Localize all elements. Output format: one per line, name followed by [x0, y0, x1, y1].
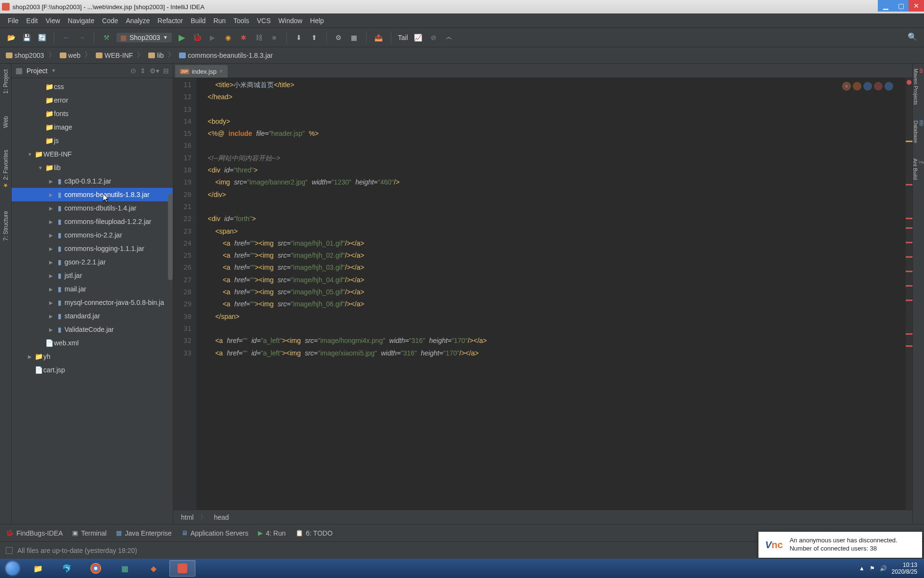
- tree-item[interactable]: ▶▮commons-fileupload-1.2.2.jar: [12, 215, 173, 228]
- close-tab-icon[interactable]: ×: [219, 68, 223, 75]
- coverage-icon[interactable]: ▶: [207, 32, 218, 43]
- editor-tab-index[interactable]: JSP index.jsp ×: [175, 65, 228, 78]
- error-mark[interactable]: [906, 184, 912, 185]
- menu-analyze[interactable]: Analyze: [122, 17, 154, 25]
- tree-arrow-icon[interactable]: ▶: [47, 219, 55, 224]
- crumb-lib[interactable]: lib: [148, 52, 164, 59]
- error-mark[interactable]: [906, 256, 912, 258]
- tree-item[interactable]: 📁fonts: [12, 107, 173, 120]
- misc-icon[interactable]: ෴: [444, 32, 454, 43]
- editor-crumb-head[interactable]: head: [214, 513, 229, 521]
- back-icon[interactable]: ←: [61, 32, 72, 43]
- btool-appservers[interactable]: 🖥Application Servers: [181, 529, 249, 537]
- tree-item[interactable]: ▼📁WEB-INF: [12, 147, 173, 161]
- commit-icon[interactable]: ⬆: [309, 32, 320, 43]
- tree-item[interactable]: 📁js: [12, 134, 173, 147]
- tree-arrow-icon[interactable]: ▶: [47, 246, 55, 251]
- btool-terminal[interactable]: ▣Terminal: [72, 529, 106, 537]
- menu-run[interactable]: Run: [209, 17, 230, 25]
- forward-icon[interactable]: →: [77, 32, 87, 43]
- tree-arrow-icon[interactable]: ▶: [47, 273, 55, 278]
- tree-arrow-icon[interactable]: ▶: [47, 300, 55, 305]
- open-icon[interactable]: 📂: [6, 32, 16, 43]
- opera-icon[interactable]: [874, 82, 883, 91]
- menu-file[interactable]: File: [4, 17, 23, 25]
- left-tool-favorites[interactable]: ★2: Favorites: [1, 146, 10, 193]
- tree-arrow-icon[interactable]: ▶: [47, 179, 55, 184]
- tree-arrow-icon[interactable]: ▼: [37, 165, 44, 171]
- tree-item[interactable]: ▶▮mail.jar: [12, 282, 173, 296]
- menu-window[interactable]: Window: [275, 17, 307, 25]
- tree-arrow-icon[interactable]: ▼: [26, 152, 34, 157]
- deploy-icon[interactable]: 📤: [373, 32, 384, 43]
- minimize-button[interactable]: ▁: [878, 0, 893, 12]
- menu-vcs[interactable]: VCS: [253, 17, 275, 25]
- build-icon[interactable]: ⚒: [101, 32, 112, 43]
- code-area[interactable]: 11 12 13 14 15 16 17 18 19 20 21 22 23 2…: [173, 78, 912, 510]
- tree-item[interactable]: 📁css: [12, 80, 173, 93]
- tree-item[interactable]: 📁error: [12, 93, 173, 107]
- tree-arrow-icon[interactable]: ▶: [26, 354, 34, 359]
- editor-crumb-html[interactable]: html: [181, 513, 193, 521]
- tree-arrow-icon[interactable]: ▶: [47, 260, 55, 265]
- settings-icon[interactable]: ⚙: [334, 32, 344, 43]
- menu-build[interactable]: Build: [187, 17, 209, 25]
- right-tool-database[interactable]: 🗄Database: [912, 118, 924, 146]
- chevron-down-icon[interactable]: ▼: [51, 68, 56, 73]
- stop-icon[interactable]: ■: [269, 32, 280, 43]
- tree-arrow-icon[interactable]: ▶: [47, 327, 55, 332]
- tree-item[interactable]: 📄web.xml: [12, 336, 173, 350]
- profile-icon[interactable]: ◉: [223, 32, 233, 43]
- menu-refactor[interactable]: Refactor: [154, 17, 187, 25]
- project-tree[interactable]: 📁css📁error📁fonts📁image📁js▼📁WEB-INF▼📁lib▶…: [12, 78, 173, 524]
- tree-item[interactable]: ▶▮gson-2.2.1.jar: [12, 255, 173, 269]
- btool-run[interactable]: ▶4: Run: [258, 529, 285, 537]
- error-mark[interactable]: [906, 242, 912, 243]
- tree-item[interactable]: ▼📁lib: [12, 161, 173, 174]
- left-tool-project[interactable]: 1: Project: [1, 66, 10, 98]
- btool-todo[interactable]: 📋6: TODO: [295, 529, 333, 537]
- tree-arrow-icon[interactable]: ▶: [47, 192, 55, 197]
- tree-scrollbar[interactable]: [168, 194, 173, 319]
- code-body[interactable]: <title>小米商城首页</title> </head> <body> <%@…: [196, 78, 906, 510]
- crumb-webinf[interactable]: WEB-INF: [96, 52, 133, 59]
- tree-item[interactable]: 📁image: [12, 120, 173, 134]
- tree-arrow-icon[interactable]: ▶: [47, 206, 55, 211]
- tree-item[interactable]: ▶▮ValidateCode.jar: [12, 323, 173, 336]
- gear-icon[interactable]: ⚙▾: [150, 67, 159, 75]
- refresh-icon[interactable]: 🔄: [37, 32, 47, 43]
- tree-item[interactable]: ▶▮commons-beanutils-1.8.3.jar: [12, 188, 173, 201]
- warning-mark[interactable]: [906, 141, 912, 142]
- hide-icon[interactable]: ⊟: [163, 67, 169, 75]
- menu-navigate[interactable]: Navigate: [64, 17, 98, 25]
- tree-item[interactable]: ▶▮commons-dbutils-1.4.jar: [12, 201, 173, 215]
- tail-label[interactable]: Tail: [398, 34, 408, 41]
- crumb-web[interactable]: web: [60, 52, 81, 59]
- right-tool-ant[interactable]: 🐜Ant Build: [911, 156, 924, 183]
- tree-item[interactable]: ▶▮mysql-connector-java-5.0.8-bin.ja: [12, 296, 173, 309]
- run-icon[interactable]: ▶: [177, 32, 187, 43]
- debug-icon[interactable]: 🐞: [192, 32, 203, 43]
- right-tool-maven[interactable]: mMaven Projects: [912, 66, 924, 108]
- tree-scrollbar-thumb[interactable]: [168, 194, 173, 280]
- error-strip[interactable]: [906, 78, 912, 510]
- safari-icon[interactable]: [863, 82, 872, 91]
- run-tests-icon[interactable]: ✱: [238, 32, 249, 43]
- update-icon[interactable]: ⬇: [294, 32, 304, 43]
- tree-item[interactable]: 📄cart.jsp: [12, 363, 173, 377]
- error-mark[interactable]: [906, 271, 912, 272]
- save-icon[interactable]: 💾: [21, 32, 32, 43]
- chart-icon[interactable]: 📈: [413, 32, 424, 43]
- tree-item[interactable]: ▶📁yh: [12, 350, 173, 363]
- crumb-shop2003[interactable]: shop2003: [6, 52, 44, 59]
- firefox-icon[interactable]: [853, 82, 861, 91]
- run-config-selector[interactable]: ▦ Shop2003 ▼: [116, 33, 172, 42]
- target-icon[interactable]: ⊙: [130, 67, 136, 75]
- error-mark[interactable]: [906, 300, 912, 301]
- ie-icon[interactable]: [885, 82, 893, 91]
- search-icon[interactable]: 🔍: [908, 32, 918, 43]
- btool-findbugs[interactable]: 🐞FindBugs-IDEA: [6, 529, 63, 537]
- error-indicator[interactable]: [907, 80, 911, 85]
- browser-icons[interactable]: [842, 82, 893, 91]
- tree-item[interactable]: ▶▮jstl.jar: [12, 269, 173, 282]
